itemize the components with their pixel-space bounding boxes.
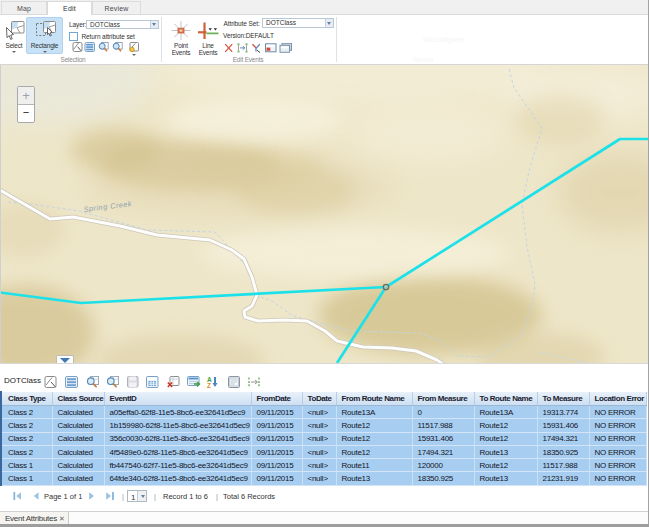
- svg-text:Z: Z: [207, 382, 211, 389]
